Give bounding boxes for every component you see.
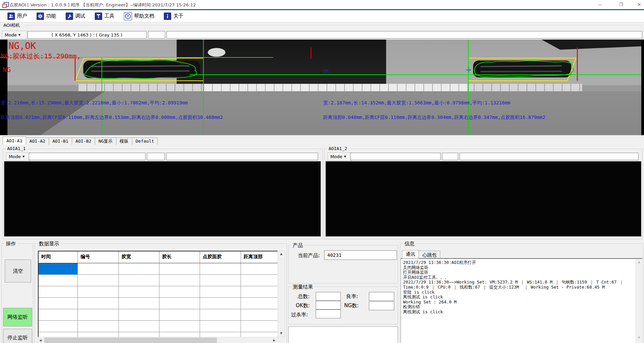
operation-group-label: 操作 (4, 241, 17, 247)
view-tab-strip: AOI-A1 AOI-A2 AOI-B1 AOI-B2 NG显示 模版 Defa… (3, 137, 157, 145)
menu-bar: 用户 功能 调试 工具 ? 帮助文档 关于 (0, 10, 644, 22)
tab-aoi-b2[interactable]: AOI-B2 (72, 138, 95, 145)
table-row[interactable] (39, 286, 277, 298)
tab-heartbeat[interactable]: 心跳包 (419, 251, 440, 259)
total-label: 总数: (298, 293, 310, 300)
hammer-icon (95, 13, 102, 20)
camera-ng-label: NG (3, 66, 11, 74)
overkill-field (316, 310, 341, 318)
col-glue-width: 胶宽 (119, 251, 159, 263)
aoia1-2-label: AOIA1_2 (327, 146, 349, 151)
ng-count-field (369, 301, 394, 310)
table-row[interactable] (39, 321, 277, 332)
camera-status-text: NG,OK (8, 41, 36, 51)
camera-image-view[interactable]: NG,OK NG:胶体过长:15.290mm, NG OK 宽:2.216mm,… (0, 40, 644, 135)
table-row[interactable] (39, 309, 277, 321)
comm-log-panel[interactable]: 2021/7/29 11:36:30:AOI程序打开 关闭网络监听 打开网络监听… (401, 258, 642, 343)
stop-listen-button[interactable]: 停止监听 (3, 329, 32, 343)
wrench-icon (66, 13, 73, 20)
restore-button[interactable]: ❐ (613, 0, 629, 9)
scroll-left-icon[interactable]: ◀ (39, 339, 42, 342)
col-glue-area: 点胶面胶 (200, 251, 241, 263)
aoia1-2-field2 (442, 153, 458, 160)
menu-item-about[interactable]: 关于 (162, 11, 185, 21)
table-row[interactable] (39, 275, 277, 286)
tab-default[interactable]: Default (132, 138, 158, 145)
data-table[interactable]: 时间 编号 胶宽 胶长 点胶面胶 距离顶部 (38, 251, 278, 338)
menu-item-user[interactable]: 用户 (5, 11, 29, 21)
ng-count-label: NG数: (344, 302, 359, 309)
tab-ng-display[interactable]: NG显示 (95, 138, 116, 145)
menu-item-debug[interactable]: 调试 (64, 11, 87, 21)
current-product-label: 当前产品: (298, 252, 320, 259)
clear-button[interactable]: 清空 (5, 260, 31, 283)
info-icon (164, 13, 171, 20)
network-listen-button[interactable]: 网络监听 (3, 308, 32, 326)
tab-comm[interactable]: 通讯 (402, 250, 419, 259)
scroll-down-icon[interactable]: ▼ (636, 336, 642, 339)
yield-label: 良率: (346, 293, 358, 300)
overkill-label: 过杀率: (291, 312, 308, 318)
operation-group: 操作 (1, 243, 33, 343)
col-time: 时间 (39, 251, 78, 263)
left-measure-line2: 距离顶部0.021mm,距离CF层0.110mm,距离左边界0.153mm,距离… (1, 115, 223, 121)
left-measure-line1: 宽:2.216mm,长:15.290mm,最大胶宽:2.2218mm,最小:1.… (1, 100, 188, 106)
menu-item-help[interactable]: ? 帮助文档 (122, 11, 156, 21)
aoi-camera-group-label: AOI相机 (3, 22, 20, 28)
table-vscrollbar[interactable]: ▲ ▼ (277, 251, 285, 337)
ok-count-label: OK数: (296, 302, 310, 309)
tab-aoi-a2[interactable]: AOI-A2 (26, 138, 49, 145)
chevron-down-icon: ▼ (344, 155, 346, 158)
data-display-group-label: 数据显示 (38, 241, 61, 247)
camera-mode-dropdown[interactable]: Mode▼ (2, 31, 27, 39)
app-icon (2, 2, 8, 7)
log-text: 2021/7/29 11:36:30:AOI程序打开 关闭网络监听 打开网络监听… (403, 260, 634, 315)
aoia1-2-mode-dropdown[interactable]: Mode▼ (328, 152, 352, 161)
aoia1-1-field3 (166, 153, 318, 160)
tab-aoi-a1[interactable]: AOI-A1 (3, 137, 26, 145)
table-header-row: 时间 编号 胶宽 胶长 点胶面胶 距离顶部 (39, 251, 277, 263)
minimize-button[interactable]: — (592, 0, 608, 9)
hscroll-thumb[interactable] (44, 338, 217, 343)
aoia1-2-field1 (350, 153, 441, 160)
product-note-box (288, 326, 398, 343)
total-field (316, 292, 341, 301)
aoia1-2-field3 (460, 153, 639, 160)
table-row[interactable] (39, 263, 277, 275)
group-border-line (24, 25, 642, 25)
menu-item-function[interactable]: 功能 (35, 11, 58, 21)
camera-ng-reason-text: NG:胶体过长:15.290mm, (1, 52, 81, 61)
ok-count-field (316, 301, 341, 310)
camera-roi-overlay (0, 40, 644, 135)
col-dist-top: 距离顶部 (241, 251, 276, 263)
table-hscrollbar[interactable]: ◀ ▶ (38, 337, 278, 343)
title-bar: 点胶AOI [ Version : 1.0.0.9 ] 程序 【当前用户: En… (0, 0, 644, 9)
aoia1-1-image-panel[interactable] (4, 161, 321, 237)
right-measure-line1: 宽:2.187mm,长:14.352mm,最大胶宽:1.5663mm,最小:0.… (323, 100, 510, 106)
window-title: 点胶AOI [ Version : 1.0.0.9 ] 程序 【当前用户: En… (9, 2, 196, 8)
scroll-up-icon[interactable]: ▲ (636, 260, 642, 264)
col-glue-length: 胶长 (159, 251, 200, 263)
scroll-up-icon[interactable]: ▲ (278, 252, 285, 255)
gear-icon (37, 13, 44, 20)
camera-ok-label: OK (323, 68, 329, 74)
camera-small-field (148, 31, 165, 39)
log-vscrollbar[interactable]: ▲ ▼ (636, 259, 642, 343)
close-button[interactable]: ✕ (631, 0, 644, 9)
scroll-down-icon[interactable]: ▼ (278, 332, 285, 335)
aoia1-1-field1 (29, 153, 146, 160)
camera-coordinate-field: ( X 6568, Y 1463 ) : ( Gray 135 ) (27, 31, 147, 39)
selected-cell[interactable] (39, 263, 78, 274)
aoia1-1-mode-dropdown[interactable]: Mode▼ (6, 152, 30, 161)
info-group-label: 信息 (403, 241, 416, 247)
svg-text:?: ? (127, 15, 129, 18)
table-row[interactable] (39, 298, 277, 309)
app-window: 点胶AOI [ Version : 1.0.0.9 ] 程序 【当前用户: En… (0, 0, 644, 343)
right-measure-line2: 距离顶部0.048mm,距离CF层0.110mm,距离左边界0.304mm,距离… (323, 115, 545, 121)
current-product-field[interactable]: 40231 (324, 250, 397, 260)
aoia1-2-image-panel[interactable] (326, 161, 641, 237)
tab-aoi-b1[interactable]: AOI-B1 (49, 138, 72, 145)
scroll-right-icon[interactable]: ▶ (273, 339, 275, 342)
menu-item-tools[interactable]: 工具 (93, 11, 116, 21)
tab-template[interactable]: 模版 (116, 138, 132, 145)
